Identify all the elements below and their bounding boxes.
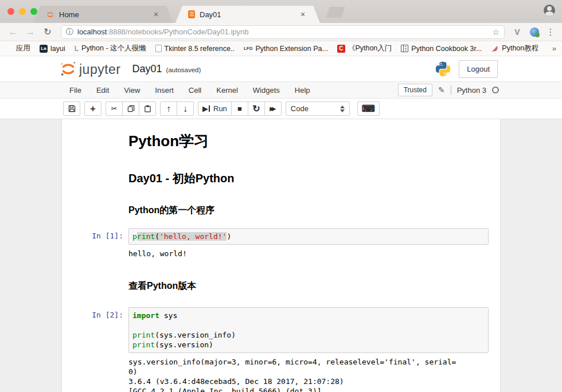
bookmark-python-tutorial[interactable]: Python教程 <box>491 44 538 53</box>
move-cell-up-button[interactable]: ↑ <box>160 101 177 116</box>
chrome-menu-icon[interactable]: ⋮ <box>545 27 556 37</box>
extension-v-icon[interactable]: V <box>510 28 524 37</box>
keyboard-icon: ⌨ <box>362 104 375 113</box>
profile-icon[interactable] <box>544 5 555 16</box>
markdown-cell-first-program[interactable]: Python的第一个程序 <box>71 194 491 222</box>
bookmark-label: Python教程 <box>502 44 538 53</box>
cell-prompt <box>73 197 128 219</box>
trusted-button[interactable]: Trusted <box>398 84 432 96</box>
notebook-scroll-area[interactable]: Python学习 Day01 - 初始Python Python的第一个程序 I… <box>0 119 562 392</box>
save-button[interactable] <box>63 101 80 116</box>
lfd-icon: LFD <box>244 46 253 51</box>
bookmark-label: 应用 <box>16 44 30 53</box>
bookmark-python-blog[interactable]: L Python - 这个人很懒 <box>75 44 146 53</box>
zoom-window-button[interactable] <box>30 8 37 15</box>
notebook-title[interactable]: Day01 <box>132 63 162 75</box>
restart-run-all-button[interactable]: ▶▶ <box>264 101 282 116</box>
paste-cell-button[interactable] <box>139 101 156 116</box>
markdown-cell-title[interactable]: Python学习 <box>71 126 491 160</box>
code-line: import sys <box>132 311 485 320</box>
forward-icon[interactable]: → <box>23 27 38 37</box>
bookmark-extension-packages[interactable]: LFD Python Extension Pa... <box>244 45 328 53</box>
divider <box>451 85 451 95</box>
menu-view[interactable]: View <box>116 86 147 95</box>
extension-globe-icon[interactable] <box>530 28 539 37</box>
code-token: ) <box>227 232 231 241</box>
close-window-button[interactable] <box>7 8 14 15</box>
code-line: print(sys.version_info) <box>132 330 485 340</box>
code-token: print <box>132 331 155 339</box>
url-text: localhost:8888/notebooks/PythonCode/Day0… <box>77 28 487 36</box>
bookmark-layui[interactable]: La layui <box>40 45 65 53</box>
close-tab-icon[interactable]: × <box>298 10 307 19</box>
bookmark-star-icon[interactable]: ☆ <box>492 28 499 37</box>
browser-window: Home × Day01 × ← → ↻ ⓘ localhost:8888/no… <box>0 0 562 392</box>
add-cell-button[interactable]: + <box>84 101 102 116</box>
notebook-container: Python学习 Day01 - 初始Python Python的第一个程序 I… <box>61 119 501 392</box>
minimize-window-button[interactable] <box>19 8 26 15</box>
menu-widgets[interactable]: Widgets <box>245 86 287 95</box>
markdown-cell-version[interactable]: 查看Python版本 <box>71 269 491 297</box>
run-cell-button[interactable]: ▶ Run <box>198 101 232 116</box>
stop-icon: ■ <box>237 105 242 112</box>
step-forward-icon: ▶ <box>202 105 208 112</box>
page-info-icon[interactable]: ⓘ <box>66 27 73 37</box>
menu-cell[interactable]: Cell <box>181 86 209 95</box>
apps-grid-icon <box>6 45 13 52</box>
menu-insert[interactable]: Insert <box>147 86 181 95</box>
bookmark-label: Python Extension Pa... <box>255 45 327 53</box>
tab-title: Day01 <box>200 10 298 19</box>
bookmark-python-intro[interactable]: C 《Python入门 <box>337 44 392 53</box>
book-icon <box>401 45 408 52</box>
notebook-file-icon <box>188 10 195 18</box>
bookmark-apps[interactable]: 应用 <box>6 44 30 53</box>
command-palette-button[interactable]: ⌨ <box>357 101 380 116</box>
code-cell-2[interactable]: In [2]: import sys print(sys.version_inf… <box>71 304 491 392</box>
bookmark-tkinter[interactable]: Tkinter 8.5 reference.. <box>155 45 235 53</box>
logout-button[interactable]: Logout <box>459 60 498 78</box>
code-token: import <box>132 311 159 320</box>
code-input-2[interactable]: import sys print(sys.version_info) print… <box>128 307 489 353</box>
back-icon[interactable]: ← <box>6 27 21 37</box>
move-cell-down-button[interactable]: ↓ <box>177 101 194 116</box>
tab-day01[interactable]: Day01 × <box>175 6 320 23</box>
code-input-1[interactable]: print('hello, world!') <box>128 228 489 245</box>
new-tab-button[interactable] <box>326 7 345 18</box>
copy-cell-button[interactable] <box>122 101 139 116</box>
run-label: Run <box>213 104 227 113</box>
code-token: sys <box>159 311 177 320</box>
bookmark-cookbook[interactable]: Python Cookbook 3r... <box>401 45 482 53</box>
bookmarks-overflow-icon[interactable]: » <box>552 44 556 53</box>
heading-first-program: Python的第一个程序 <box>128 205 489 217</box>
code-token: print <box>132 340 155 349</box>
cut-cell-button[interactable]: ✂ <box>106 101 123 116</box>
jupyter-logo-icon <box>46 10 54 19</box>
kernel-status-icon <box>492 87 499 93</box>
menu-file[interactable]: File <box>62 86 89 95</box>
heading-day01: Day01 - 初始Python <box>128 171 489 186</box>
interrupt-kernel-button[interactable]: ■ <box>231 101 248 116</box>
jupyter-logo-text: jupyter <box>79 63 121 77</box>
code-cell-1[interactable]: In [1]: print('hello, world!') hello, wo… <box>71 225 491 264</box>
plus-icon: + <box>90 104 95 113</box>
code-token: (sys.version) <box>155 340 213 349</box>
restart-kernel-button[interactable]: ↻ <box>248 101 265 116</box>
copy-icon <box>127 105 135 112</box>
jupyter-logo[interactable]: jupyter <box>60 60 121 77</box>
menu-edit[interactable]: Edit <box>89 86 116 95</box>
url-bar[interactable]: ⓘ localhost:8888/notebooks/PythonCode/Da… <box>61 25 505 39</box>
menu-kernel[interactable]: Kernel <box>209 86 245 95</box>
menu-help[interactable]: Help <box>287 86 318 95</box>
select-caret-icon <box>340 105 345 112</box>
notebook-toolbar: + ✂ ↑ ↓ <box>0 99 562 119</box>
scissors-icon: ✂ <box>111 105 118 112</box>
tab-home[interactable]: Home × <box>33 6 173 23</box>
text-selection: rint('hello, world!' <box>137 232 227 241</box>
kernel-name: Python 3 <box>457 86 486 95</box>
bookmark-label: Tkinter 8.5 reference.. <box>165 45 235 53</box>
window-controls <box>7 8 37 15</box>
markdown-cell-day01[interactable]: Day01 - 初始Python <box>71 160 491 194</box>
close-tab-icon[interactable]: × <box>151 10 161 19</box>
reload-icon[interactable]: ↻ <box>40 26 55 37</box>
cell-type-select[interactable]: Code <box>286 101 350 116</box>
